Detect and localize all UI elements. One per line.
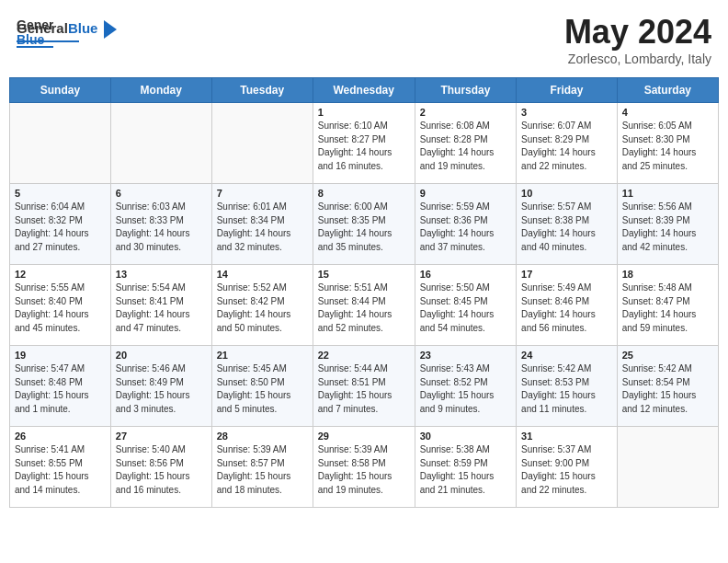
day-info: Sunrise: 5:42 AM Sunset: 8:54 PM Dayligh… bbox=[622, 362, 713, 416]
logo-general: General bbox=[17, 20, 68, 36]
calendar-cell bbox=[617, 427, 718, 508]
day-number: 3 bbox=[521, 107, 612, 118]
day-info: Sunrise: 5:42 AM Sunset: 8:53 PM Dayligh… bbox=[521, 362, 612, 416]
day-info: Sunrise: 5:59 AM Sunset: 8:36 PM Dayligh… bbox=[420, 201, 511, 254]
logo-underline bbox=[17, 40, 79, 42]
day-info: Sunrise: 5:41 AM Sunset: 8:55 PM Dayligh… bbox=[15, 443, 106, 497]
calendar-cell: 23Sunrise: 5:43 AM Sunset: 8:52 PM Dayli… bbox=[415, 346, 516, 427]
calendar-cell: 25Sunrise: 5:42 AM Sunset: 8:54 PM Dayli… bbox=[617, 346, 718, 427]
day-info: Sunrise: 5:51 AM Sunset: 8:44 PM Dayligh… bbox=[318, 282, 410, 335]
day-info: Sunrise: 5:57 AM Sunset: 8:38 PM Dayligh… bbox=[521, 201, 612, 254]
day-info: Sunrise: 5:43 AM Sunset: 8:52 PM Dayligh… bbox=[420, 362, 511, 416]
day-info: Sunrise: 5:50 AM Sunset: 8:45 PM Dayligh… bbox=[420, 282, 511, 335]
day-info: Sunrise: 6:00 AM Sunset: 8:35 PM Dayligh… bbox=[318, 201, 410, 254]
calendar-cell bbox=[110, 103, 211, 184]
col-monday: Monday bbox=[110, 78, 211, 103]
calendar-week-row: 5Sunrise: 6:04 AM Sunset: 8:32 PM Daylig… bbox=[10, 184, 719, 265]
calendar-cell: 10Sunrise: 5:57 AM Sunset: 8:38 PM Dayli… bbox=[517, 184, 618, 265]
day-number: 22 bbox=[318, 350, 410, 361]
calendar-cell: 28Sunrise: 5:39 AM Sunset: 8:57 PM Dayli… bbox=[211, 427, 313, 508]
calendar-cell: 22Sunrise: 5:44 AM Sunset: 8:51 PM Dayli… bbox=[313, 346, 415, 427]
calendar-table: Sunday Monday Tuesday Wednesday Thursday… bbox=[9, 77, 719, 508]
calendar-cell: 15Sunrise: 5:51 AM Sunset: 8:44 PM Dayli… bbox=[313, 265, 415, 346]
page-header: General Blue GeneralBlue May 2024 Zorles… bbox=[9, 9, 719, 70]
day-number: 4 bbox=[622, 107, 713, 118]
calendar-cell: 29Sunrise: 5:39 AM Sunset: 8:58 PM Dayli… bbox=[313, 427, 415, 508]
calendar-cell: 13Sunrise: 5:54 AM Sunset: 8:41 PM Dayli… bbox=[110, 265, 211, 346]
day-number: 28 bbox=[217, 431, 308, 442]
day-info: Sunrise: 5:46 AM Sunset: 8:49 PM Dayligh… bbox=[116, 362, 207, 416]
logo-blue: Blue bbox=[68, 20, 98, 36]
logo-triangle-icon bbox=[104, 20, 117, 39]
calendar-title: May 2024 bbox=[564, 13, 711, 52]
day-number: 5 bbox=[15, 188, 106, 199]
day-number: 2 bbox=[420, 107, 511, 118]
day-number: 27 bbox=[116, 431, 207, 442]
day-info: Sunrise: 5:44 AM Sunset: 8:51 PM Dayligh… bbox=[318, 362, 410, 416]
day-info: Sunrise: 5:39 AM Sunset: 8:57 PM Dayligh… bbox=[217, 443, 308, 497]
calendar-week-row: 26Sunrise: 5:41 AM Sunset: 8:55 PM Dayli… bbox=[10, 427, 719, 508]
calendar-cell: 24Sunrise: 5:42 AM Sunset: 8:53 PM Dayli… bbox=[517, 346, 618, 427]
svg-marker-4 bbox=[104, 20, 117, 39]
calendar-cell: 14Sunrise: 5:52 AM Sunset: 8:42 PM Dayli… bbox=[211, 265, 313, 346]
calendar-cell: 31Sunrise: 5:37 AM Sunset: 9:00 PM Dayli… bbox=[517, 427, 618, 508]
day-info: Sunrise: 5:49 AM Sunset: 8:46 PM Dayligh… bbox=[521, 282, 612, 335]
calendar-cell: 1Sunrise: 6:10 AM Sunset: 8:27 PM Daylig… bbox=[313, 103, 415, 184]
calendar-cell: 18Sunrise: 5:48 AM Sunset: 8:47 PM Dayli… bbox=[617, 265, 718, 346]
calendar-cell: 9Sunrise: 5:59 AM Sunset: 8:36 PM Daylig… bbox=[415, 184, 516, 265]
calendar-week-row: 1Sunrise: 6:10 AM Sunset: 8:27 PM Daylig… bbox=[10, 103, 719, 184]
col-thursday: Thursday bbox=[415, 78, 516, 103]
calendar-cell: 27Sunrise: 5:40 AM Sunset: 8:56 PM Dayli… bbox=[110, 427, 211, 508]
day-info: Sunrise: 5:52 AM Sunset: 8:42 PM Dayligh… bbox=[217, 282, 308, 335]
calendar-header-row: Sunday Monday Tuesday Wednesday Thursday… bbox=[10, 78, 719, 103]
day-info: Sunrise: 6:08 AM Sunset: 8:28 PM Dayligh… bbox=[420, 120, 511, 173]
day-number: 29 bbox=[318, 431, 410, 442]
calendar-cell: 5Sunrise: 6:04 AM Sunset: 8:32 PM Daylig… bbox=[10, 184, 111, 265]
calendar-cell: 30Sunrise: 5:38 AM Sunset: 8:59 PM Dayli… bbox=[415, 427, 516, 508]
day-info: Sunrise: 6:01 AM Sunset: 8:34 PM Dayligh… bbox=[217, 201, 308, 254]
day-info: Sunrise: 5:40 AM Sunset: 8:56 PM Dayligh… bbox=[116, 443, 207, 497]
day-info: Sunrise: 5:45 AM Sunset: 8:50 PM Dayligh… bbox=[217, 362, 308, 416]
day-number: 21 bbox=[217, 350, 308, 361]
calendar-cell: 12Sunrise: 5:55 AM Sunset: 8:40 PM Dayli… bbox=[10, 265, 111, 346]
calendar-cell bbox=[10, 103, 111, 184]
day-info: Sunrise: 5:48 AM Sunset: 8:47 PM Dayligh… bbox=[622, 282, 713, 335]
calendar-cell: 11Sunrise: 5:56 AM Sunset: 8:39 PM Dayli… bbox=[617, 184, 718, 265]
day-number: 9 bbox=[420, 188, 511, 199]
title-block: May 2024 Zorlesco, Lombardy, Italy bbox=[564, 13, 711, 66]
day-number: 17 bbox=[521, 269, 612, 280]
day-number: 19 bbox=[15, 350, 106, 361]
day-number: 30 bbox=[420, 431, 511, 442]
calendar-cell: 3Sunrise: 6:07 AM Sunset: 8:29 PM Daylig… bbox=[517, 103, 618, 184]
col-saturday: Saturday bbox=[617, 78, 718, 103]
col-friday: Friday bbox=[517, 78, 618, 103]
day-number: 1 bbox=[318, 107, 410, 118]
day-number: 15 bbox=[318, 269, 410, 280]
calendar-cell: 17Sunrise: 5:49 AM Sunset: 8:46 PM Dayli… bbox=[517, 265, 618, 346]
calendar-cell: 6Sunrise: 6:03 AM Sunset: 8:33 PM Daylig… bbox=[110, 184, 211, 265]
day-number: 12 bbox=[15, 269, 106, 280]
day-info: Sunrise: 6:05 AM Sunset: 8:30 PM Dayligh… bbox=[622, 120, 713, 173]
day-number: 31 bbox=[521, 431, 612, 442]
day-info: Sunrise: 5:37 AM Sunset: 9:00 PM Dayligh… bbox=[521, 443, 612, 497]
calendar-cell: 20Sunrise: 5:46 AM Sunset: 8:49 PM Dayli… bbox=[110, 346, 211, 427]
calendar-cell: 21Sunrise: 5:45 AM Sunset: 8:50 PM Dayli… bbox=[211, 346, 313, 427]
day-number: 24 bbox=[521, 350, 612, 361]
day-info: Sunrise: 6:10 AM Sunset: 8:27 PM Dayligh… bbox=[318, 120, 410, 173]
day-info: Sunrise: 5:56 AM Sunset: 8:39 PM Dayligh… bbox=[622, 201, 713, 254]
day-number: 23 bbox=[420, 350, 511, 361]
calendar-cell bbox=[211, 103, 313, 184]
day-number: 14 bbox=[217, 269, 308, 280]
day-number: 18 bbox=[622, 269, 713, 280]
col-wednesday: Wednesday bbox=[313, 78, 415, 103]
col-sunday: Sunday bbox=[10, 78, 111, 103]
calendar-cell: 7Sunrise: 6:01 AM Sunset: 8:34 PM Daylig… bbox=[211, 184, 313, 265]
logo: General Blue GeneralBlue bbox=[17, 13, 117, 42]
day-info: Sunrise: 5:39 AM Sunset: 8:58 PM Dayligh… bbox=[318, 443, 410, 497]
day-info: Sunrise: 5:55 AM Sunset: 8:40 PM Dayligh… bbox=[15, 282, 106, 335]
day-info: Sunrise: 6:07 AM Sunset: 8:29 PM Dayligh… bbox=[521, 120, 612, 173]
day-number: 20 bbox=[116, 350, 207, 361]
calendar-week-row: 19Sunrise: 5:47 AM Sunset: 8:48 PM Dayli… bbox=[10, 346, 719, 427]
calendar-location: Zorlesco, Lombardy, Italy bbox=[564, 52, 711, 66]
day-number: 10 bbox=[521, 188, 612, 199]
